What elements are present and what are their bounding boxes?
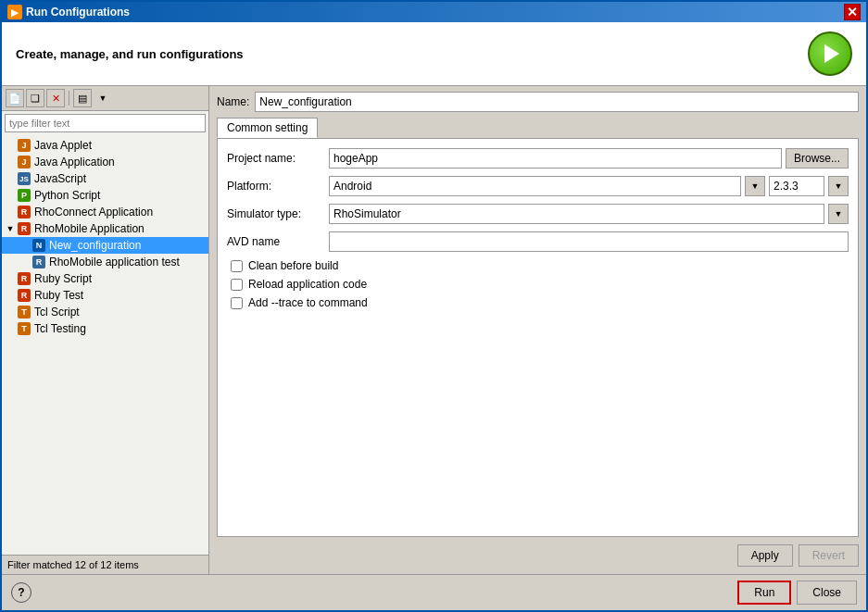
name-input[interactable] — [255, 92, 859, 112]
avd-name-row: AVD name — [227, 231, 849, 252]
simulator-type-label: Simulator type: — [227, 207, 329, 220]
javascript-label: JavaScript — [34, 172, 86, 185]
filter-box — [2, 111, 208, 135]
expand-icon — [6, 157, 15, 167]
tcl-testing-icon: T — [17, 321, 31, 336]
filter-status-text: Filter matched 12 of 12 items — [7, 559, 139, 570]
javascript-icon: JS — [17, 171, 31, 186]
clean-before-build-checkbox[interactable] — [231, 260, 243, 272]
left-panel: 📄 ❑ ✕ ▤ ▼ J Java Applet — [2, 86, 209, 574]
expand-icon — [6, 291, 15, 300]
run-icon-button[interactable] — [808, 31, 852, 76]
revert-button[interactable]: Revert — [799, 544, 859, 567]
toolbar-dropdown-arrow[interactable]: ▼ — [94, 89, 112, 107]
java-application-icon: J — [17, 155, 31, 169]
reload-application-label: Reload application code — [248, 278, 367, 291]
expand-icon — [6, 324, 15, 333]
window-icon: ▶ — [7, 5, 22, 19]
reload-application-row: Reload application code — [227, 278, 849, 291]
main-content: 📄 ❑ ✕ ▤ ▼ J Java Applet — [2, 86, 866, 574]
filter-input[interactable] — [5, 114, 206, 132]
simulator-type-row: Simulator type: RhoSimulator Android Emu… — [227, 204, 849, 224]
close-button[interactable]: Close — [797, 581, 857, 605]
tree-item-javascript[interactable]: JS JavaScript — [2, 170, 208, 187]
simulator-dropdown-arrow-icon: ▼ — [828, 204, 849, 224]
clean-before-build-label: Clean before build — [248, 259, 338, 272]
platform-select[interactable]: Android iPhone Windows Mobile — [329, 176, 741, 196]
right-panel: Name: Common setting Project name: Brows… — [209, 86, 866, 574]
header-title: Create, manage, and run configurations — [16, 47, 244, 61]
window-close-button[interactable]: ✕ — [844, 4, 861, 20]
common-setting-tab[interactable]: Common setting — [217, 118, 318, 138]
project-name-input[interactable] — [329, 148, 782, 169]
new-configuration-icon: N — [31, 238, 46, 253]
play-triangle-icon — [824, 44, 839, 63]
tabs-area: Common setting — [209, 118, 866, 138]
rhoconnect-icon: R — [17, 205, 31, 219]
simulator-type-select[interactable]: RhoSimulator Android Emulator — [329, 204, 824, 224]
project-name-row: Project name: Browse... — [227, 148, 849, 169]
expand-icon — [6, 207, 15, 217]
footer-buttons: Run Close — [737, 581, 857, 605]
help-button[interactable]: ? — [11, 582, 31, 603]
run-button[interactable]: Run — [737, 581, 791, 605]
platform-row: Platform: Android iPhone Windows Mobile … — [227, 176, 849, 196]
new-configuration-label: New_configuration — [49, 239, 141, 252]
project-name-label: Project name: — [227, 152, 329, 165]
tree-item-tcl-testing[interactable]: T Tcl Testing — [2, 320, 208, 337]
rhomobile-test-label: RhoMobile application test — [49, 256, 180, 269]
tree-item-rhoconnect[interactable]: R RhoConnect Application — [2, 204, 208, 220]
tree-item-ruby-script[interactable]: R Ruby Script — [2, 270, 208, 287]
java-applet-label: Java Applet — [34, 139, 92, 152]
java-applet-icon: J — [17, 138, 31, 153]
tree-item-rhomobile-test[interactable]: R RhoMobile application test — [2, 254, 208, 270]
simulator-select-wrap: RhoSimulator Android Emulator ▼ — [329, 204, 849, 224]
tree-item-python-script[interactable]: P Python Script — [2, 187, 208, 204]
left-footer: Filter matched 12 of 12 items — [2, 555, 208, 574]
reload-application-checkbox[interactable] — [231, 279, 243, 291]
platform-label: Platform: — [227, 180, 329, 193]
add-trace-checkbox[interactable] — [231, 297, 243, 309]
expand-icon — [6, 274, 15, 283]
form-panel: Project name: Browse... Platform: Androi… — [217, 138, 859, 537]
python-script-label: Python Script — [34, 189, 100, 202]
duplicate-config-button[interactable]: ❑ — [26, 89, 44, 107]
platform-dropdown-arrow-icon: ▼ — [745, 176, 765, 196]
apply-button[interactable]: Apply — [737, 544, 793, 567]
clean-before-build-row: Clean before build — [227, 259, 849, 272]
add-trace-row: Add --trace to command — [227, 296, 849, 309]
tcl-script-label: Tcl Script — [34, 306, 80, 318]
add-trace-label: Add --trace to command — [248, 296, 368, 309]
tree-area: J Java Applet J Java Application JS Java… — [2, 135, 208, 555]
python-script-icon: P — [17, 188, 31, 203]
rhomobile-icon: R — [17, 221, 31, 236]
avd-name-label: AVD name — [227, 235, 329, 248]
tcl-script-icon: T — [17, 305, 31, 319]
expand-icon — [6, 191, 15, 200]
new-config-button[interactable]: 📄 — [6, 89, 24, 107]
project-browse-button[interactable]: Browse... — [786, 148, 849, 169]
java-application-label: Java Application — [34, 156, 115, 169]
rhomobile-test-icon: R — [31, 255, 46, 269]
footer-row: ? Run Close — [2, 574, 866, 610]
expand-icon — [6, 141, 15, 150]
ruby-script-icon: R — [17, 271, 31, 286]
tree-item-tcl-script[interactable]: T Tcl Script — [2, 304, 208, 320]
tree-item-new-configuration[interactable]: N New_configuration — [2, 237, 208, 254]
platform-select-wrap: Android iPhone Windows Mobile ▼ 2.3.3 2.… — [329, 176, 849, 196]
header-area: Create, manage, and run configurations — [2, 22, 866, 86]
rhomobile-label: RhoMobile Application — [34, 222, 145, 235]
window-title: Run Configurations — [26, 6, 130, 19]
version-select[interactable]: 2.3.3 2.2 2.1 — [769, 176, 824, 196]
tree-item-java-applet[interactable]: J Java Applet — [2, 137, 208, 154]
name-row: Name: — [209, 86, 866, 118]
tree-item-ruby-test[interactable]: R Ruby Test — [2, 287, 208, 304]
ruby-script-label: Ruby Script — [34, 272, 92, 285]
delete-config-button[interactable]: ✕ — [46, 89, 65, 107]
tree-item-java-application[interactable]: J Java Application — [2, 154, 208, 170]
tcl-testing-label: Tcl Testing — [34, 322, 86, 335]
bottom-buttons-area: Apply Revert — [209, 537, 866, 574]
filter-config-button[interactable]: ▤ — [73, 89, 92, 107]
tree-item-rhomobile[interactable]: ▼ R RhoMobile Application — [2, 220, 208, 237]
avd-name-input[interactable] — [329, 231, 849, 252]
